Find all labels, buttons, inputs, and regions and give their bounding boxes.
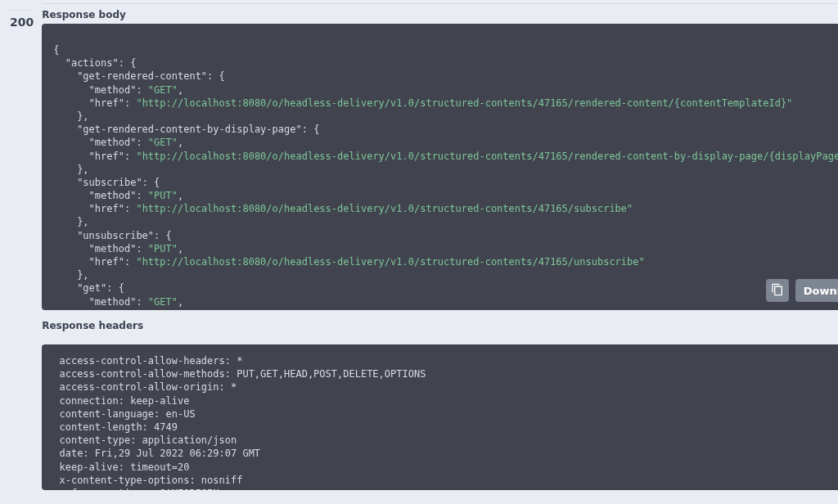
download-button[interactable]: Download <box>795 279 838 302</box>
response-body-code[interactable]: { "actions": { "get-rendered-content": {… <box>42 34 838 310</box>
clipboard-icon <box>771 283 784 299</box>
response-headers-label: Response headers <box>42 320 838 331</box>
response-body-container: { "actions": { "get-rendered-content": {… <box>42 24 838 310</box>
download-label: Download <box>804 285 838 297</box>
copy-button[interactable] <box>766 279 789 302</box>
status-code: 200 <box>10 16 34 29</box>
response-body-label: Response body <box>42 9 838 20</box>
response-headers-code[interactable]: access-control-allow-headers: * access-c… <box>42 344 838 490</box>
